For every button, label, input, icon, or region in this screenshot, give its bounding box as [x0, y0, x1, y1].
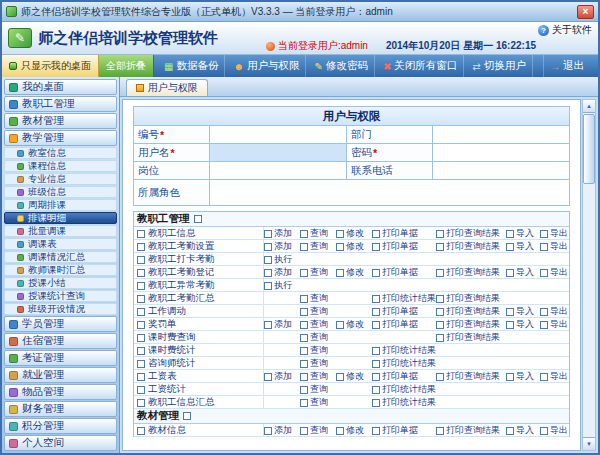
- permission-checkbox[interactable]: [264, 269, 272, 277]
- about-link[interactable]: ? 关于软件: [538, 23, 592, 37]
- permission-checkbox[interactable]: [372, 360, 380, 368]
- permission-checkbox[interactable]: [372, 321, 380, 329]
- row-checkbox[interactable]: [137, 230, 145, 238]
- row-checkbox[interactable]: [137, 256, 145, 264]
- permission-checkbox[interactable]: [336, 427, 344, 435]
- row-checkbox[interactable]: [137, 308, 145, 316]
- sidebar-item[interactable]: 授课小结: [4, 277, 117, 289]
- scroll-up-arrow[interactable]: ▲: [583, 100, 595, 113]
- row-checkbox[interactable]: [137, 243, 145, 251]
- permission-checkbox[interactable]: [300, 427, 308, 435]
- scroll-down-arrow[interactable]: ▼: [583, 437, 595, 450]
- permission-checkbox[interactable]: [540, 269, 548, 277]
- permission-checkbox[interactable]: [506, 373, 514, 381]
- row-checkbox[interactable]: [137, 321, 145, 329]
- permission-checkbox[interactable]: [336, 243, 344, 251]
- permission-checkbox[interactable]: [506, 243, 514, 251]
- permission-checkbox[interactable]: [372, 308, 380, 316]
- permission-checkbox[interactable]: [372, 269, 380, 277]
- permission-checkbox[interactable]: [300, 347, 308, 355]
- sidebar-item[interactable]: 教师课时汇总: [4, 264, 117, 276]
- permission-checkbox[interactable]: [300, 399, 308, 407]
- permission-checkbox[interactable]: [506, 230, 514, 238]
- toolbar-button[interactable]: →退出: [543, 55, 590, 77]
- row-checkbox[interactable]: [137, 399, 145, 407]
- toolbar-button[interactable]: ✖关闭所有窗口: [377, 55, 464, 77]
- row-checkbox[interactable]: [137, 360, 145, 368]
- permission-checkbox[interactable]: [300, 321, 308, 329]
- permission-checkbox[interactable]: [436, 295, 444, 303]
- row-checkbox[interactable]: [137, 427, 145, 435]
- permission-checkbox[interactable]: [540, 243, 548, 251]
- permission-checkbox[interactable]: [300, 373, 308, 381]
- dept-input[interactable]: [433, 126, 570, 144]
- permission-checkbox[interactable]: [540, 427, 548, 435]
- sidebar-item[interactable]: 教学管理: [4, 130, 117, 146]
- permission-checkbox[interactable]: [300, 360, 308, 368]
- permission-checkbox[interactable]: [336, 321, 344, 329]
- sidebar-item[interactable]: 住宿管理: [4, 333, 117, 349]
- row-checkbox[interactable]: [137, 295, 145, 303]
- permission-checkbox[interactable]: [540, 230, 548, 238]
- permission-checkbox[interactable]: [264, 427, 272, 435]
- permission-checkbox[interactable]: [436, 427, 444, 435]
- permission-checkbox[interactable]: [264, 282, 272, 290]
- permission-checkbox[interactable]: [506, 308, 514, 316]
- permission-checkbox[interactable]: [264, 230, 272, 238]
- toolbar-button[interactable]: ✎修改密码: [308, 55, 374, 77]
- permission-checkbox[interactable]: [300, 269, 308, 277]
- permission-checkbox[interactable]: [372, 230, 380, 238]
- row-checkbox[interactable]: [137, 282, 145, 290]
- permission-checkbox[interactable]: [436, 269, 444, 277]
- permission-checkbox[interactable]: [372, 386, 380, 394]
- sidebar-item[interactable]: 调课情况汇总: [4, 251, 117, 263]
- sidebar-item[interactable]: 物品管理: [4, 384, 117, 400]
- section-select-all-checkbox[interactable]: [183, 412, 191, 420]
- permission-checkbox[interactable]: [436, 321, 444, 329]
- permission-checkbox[interactable]: [336, 373, 344, 381]
- permission-checkbox[interactable]: [436, 230, 444, 238]
- permission-checkbox[interactable]: [300, 386, 308, 394]
- sidebar-item[interactable]: 专业信息: [4, 173, 117, 185]
- scroll-thumb[interactable]: [583, 114, 595, 184]
- permission-checkbox[interactable]: [300, 295, 308, 303]
- id-input[interactable]: [210, 126, 347, 144]
- permission-checkbox[interactable]: [540, 308, 548, 316]
- permission-checkbox[interactable]: [436, 373, 444, 381]
- scroll-track[interactable]: [583, 113, 595, 437]
- sidebar-item[interactable]: 财务管理: [4, 401, 117, 417]
- permission-checkbox[interactable]: [264, 243, 272, 251]
- show-my-desktop-tab[interactable]: 只显示我的桌面: [2, 55, 99, 77]
- tab-users-permissions[interactable]: 用户与权限: [126, 79, 208, 96]
- row-checkbox[interactable]: [137, 269, 145, 277]
- permission-checkbox[interactable]: [372, 243, 380, 251]
- toolbar-button[interactable]: ▦数据备份: [158, 55, 225, 77]
- sidebar-item[interactable]: 教室信息: [4, 147, 117, 159]
- row-checkbox[interactable]: [137, 334, 145, 342]
- permission-checkbox[interactable]: [300, 334, 308, 342]
- permission-checkbox[interactable]: [436, 243, 444, 251]
- role-input[interactable]: [210, 180, 570, 206]
- close-button[interactable]: ×: [577, 5, 594, 19]
- password-input[interactable]: [433, 144, 570, 162]
- permission-checkbox[interactable]: [372, 399, 380, 407]
- sidebar-item[interactable]: 教材管理: [4, 113, 117, 129]
- permission-checkbox[interactable]: [300, 230, 308, 238]
- permission-checkbox[interactable]: [540, 321, 548, 329]
- sidebar-item[interactable]: 学员管理: [4, 316, 117, 332]
- sidebar-item[interactable]: 课程信息: [4, 160, 117, 172]
- permission-checkbox[interactable]: [436, 308, 444, 316]
- permission-checkbox[interactable]: [506, 269, 514, 277]
- sidebar-item[interactable]: 考证管理: [4, 350, 117, 366]
- permission-checkbox[interactable]: [372, 373, 380, 381]
- row-checkbox[interactable]: [137, 373, 145, 381]
- permission-checkbox[interactable]: [506, 427, 514, 435]
- sidebar-item[interactable]: 我的桌面: [4, 79, 117, 95]
- row-checkbox[interactable]: [137, 386, 145, 394]
- permission-checkbox[interactable]: [372, 427, 380, 435]
- sidebar-item[interactable]: 班级开设情况: [4, 303, 117, 315]
- section-select-all-checkbox[interactable]: [194, 215, 202, 223]
- sidebar-item[interactable]: 周期排课: [4, 199, 117, 211]
- position-input[interactable]: [210, 162, 347, 180]
- permission-checkbox[interactable]: [372, 347, 380, 355]
